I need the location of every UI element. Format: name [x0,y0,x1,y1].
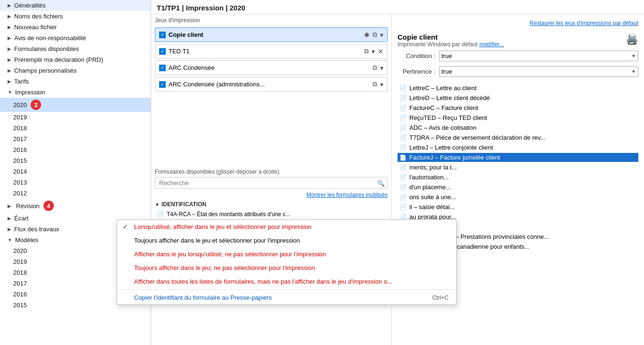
jeux-item-arc-condensee-adm[interactable]: ✓ ARC Condensée (administrations... ⧉ ▾ [155,77,388,92]
jeux-item-name: ARC Condensée (administrations... [169,81,370,88]
doc-row[interactable]: 📄FactureC – Facture client [398,103,638,112]
chevron-down-icon: ▼ [631,53,636,59]
identification-section: ▼ IDENTIFICATION [151,199,391,210]
doc-row[interactable]: 📄ReçuTED – Reçu TED client [398,113,638,122]
sidebar-item-impression[interactable]: ▼ Impression [0,87,151,98]
printer-icon: 🖨️ [626,33,638,45]
doc-icon: 📄 [399,85,407,92]
chevron-down-icon[interactable]: ▾ [380,31,383,39]
copy-icon[interactable]: ⧉ [373,80,377,88]
doc-icon: 📄 [399,144,407,151]
checkbox-copie-client[interactable]: ✓ [159,32,166,38]
doc-row[interactable]: 📄FactureJ – Facture jumelée client [398,153,638,162]
doc-row[interactable]: 📄LettreJ – Lettre conjointe client [398,143,638,152]
doc-icon: 📄 [399,125,407,131]
sidebar-item-impression-2020[interactable]: 2020 3 [0,98,151,112]
sidebar-item-impression-2012[interactable]: 2012 [0,188,151,199]
dropdown-item[interactable]: Afficher dans le jeu lorsqu'utilisé; ne … [117,247,456,261]
sidebar-item-impression-2014[interactable]: 2014 [0,166,151,177]
doc-icon: 📄 [399,164,407,171]
arrow-icon: ▶ [8,57,11,62]
sidebar-item-avis[interactable]: ▶ Avis de non-responsabilité [0,33,151,43]
arrow-icon: ▶ [8,216,11,221]
doc-icon: 📄 [399,204,407,210]
modifier-link[interactable]: modifier... [479,41,504,48]
sidebar-item-revision[interactable]: ▶ Révision 4 [0,199,151,213]
arrow-down-icon: ▼ [8,90,12,95]
sidebar-item-impression-2019[interactable]: 2019 [0,112,151,123]
restore-link[interactable]: Restaurer les jeux d'impressions par déf… [530,18,638,28]
arrow-icon: ▶ [8,68,11,73]
doc-row[interactable]: 📄T7DRA – Pièce de versement déclaration … [398,133,638,142]
sidebar-item-formulaires[interactable]: ▶ Formulaires disponibles [0,43,151,54]
dropdown-item[interactable]: ✓Lorsqu'utilisé, afficher dans le jeu et… [117,220,456,234]
close-icon[interactable]: ✕ [378,48,383,55]
avail-item-t4a-rca[interactable]: 📄 T4A-RCA – État des montants attribués … [155,210,388,219]
dropdown-item[interactable]: Afficher dans toutes les listes de formu… [117,275,456,288]
sidebar-item-tarifs[interactable]: ▶ Tarifs [0,76,151,87]
sidebar-item-nouveau-fichier[interactable]: ▶ Nouveau fichier [0,22,151,33]
chevron-down-icon: ▼ [631,69,636,74]
copie-title: Copie client [398,33,504,41]
dropdown-item[interactable]: Toujours afficher dans le jeu et sélecti… [117,234,456,247]
doc-row[interactable]: 📄LettreC – Lettre au client [398,84,638,93]
doc-row[interactable]: 📄l'autorisation... [398,173,638,182]
search-wrapper: 🔍 [155,177,388,189]
sidebar-item-impression-2013[interactable]: 2013 [0,177,151,188]
copy-icon[interactable]: ⧉ [364,47,369,55]
jeux-item-ted-t1[interactable]: ✓ TED T1 ⧉ ▾ ✕ [155,44,388,59]
pertinence-row: Pertinence : true ▼ [398,66,638,77]
arrow-icon: ▶ [8,203,11,209]
doc-icon: 📄 [399,184,407,191]
pertinence-select[interactable]: true ▼ [439,66,638,77]
dropdown-item[interactable]: Copier l'identifiant du formulaire au Pr… [117,291,456,304]
montrer-link[interactable]: Montrer les formulaires inutilisés [151,191,391,199]
sidebar-item-impression-2015[interactable]: 2015 [0,155,151,166]
sidebar-item-impression-2016[interactable]: 2016 [0,144,151,155]
dropdown-divider [117,289,456,290]
chevron-down-icon[interactable]: ▾ [380,81,383,88]
sidebar-item-preremplir[interactable]: ▶ Préremplir ma déclaration (PRD) [0,54,151,65]
star-icon[interactable]: ✱ [364,31,370,39]
shortcut-label: Ctrl+C [432,295,449,301]
sidebar-item-generalites[interactable]: ▶ Généralités [0,0,151,11]
sidebar-item-impression-2018[interactable]: 2018 [0,123,151,134]
doc-row[interactable]: 📄LettreD – Lettre client décédé [398,93,638,102]
doc-row[interactable]: 📄ADC – Avis de cotisation [398,123,638,132]
doc-row[interactable]: 📄d'un placeme... [398,183,638,192]
main-header: T1/TP1 | Impression | 2020 [151,0,644,14]
chevron-down-icon[interactable]: ▾ [380,64,383,72]
doc-row[interactable]: 📄ments; pour la t... [398,163,638,172]
search-input[interactable] [155,177,388,189]
sidebar-item-impression-2017[interactable]: 2017 [0,134,151,144]
condition-row: Condition : true ▼ [398,50,638,61]
arrow-icon: ▶ [8,14,11,19]
copy-icon[interactable]: ⧉ [373,64,377,72]
doc-icon: 📄 [157,211,164,218]
checkbox-arc[interactable]: ✓ [159,65,166,71]
doc-icon: 📄 [399,105,407,111]
checkbox-arc-adm[interactable]: ✓ [159,81,166,88]
copy-icon[interactable]: ⧉ [373,31,377,39]
badge-3: 3 [31,100,41,110]
jeux-item-name: TED T1 [169,48,361,55]
sidebar-item-champs[interactable]: ▶ Champs personnalisés [0,65,151,76]
condition-select[interactable]: true ▼ [439,50,638,61]
doc-icon: 📄 [399,174,407,181]
jeux-item-name: ARC Condensée [169,64,370,71]
sidebar-item-noms-fichiers[interactable]: ▶ Noms des fichiers [0,11,151,22]
copie-printer-info: Imprimante Windows par défaut modifier..… [398,41,504,48]
pertinence-label: Pertinence : [398,68,435,75]
jeux-item-arc-condensee[interactable]: ✓ ARC Condensée ⧉ ▾ [155,60,388,75]
doc-icon: 📄 [399,135,407,141]
jeux-list: ✓ Copie client ✱ ⧉ ▾ ✓ TED T1 ⧉ ▾ ✕ ✓ AR… [151,25,391,165]
checkmark-icon: ✓ [123,223,128,230]
arrow-icon: ▶ [8,35,11,41]
jeux-item-copie-client[interactable]: ✓ Copie client ✱ ⧉ ▾ [155,27,388,42]
chevron-down-icon[interactable]: ▾ [372,48,375,55]
checkbox-ted-t1[interactable]: ✓ [159,48,166,55]
doc-row[interactable]: 📄il – saisie détai... [398,202,638,211]
doc-row[interactable]: 📄ons suite à une... [398,193,638,202]
dropdown-item[interactable]: Toujours afficher dans le jeu; ne pas sé… [117,261,456,275]
arrow-down-icon: ▼ [8,237,12,243]
